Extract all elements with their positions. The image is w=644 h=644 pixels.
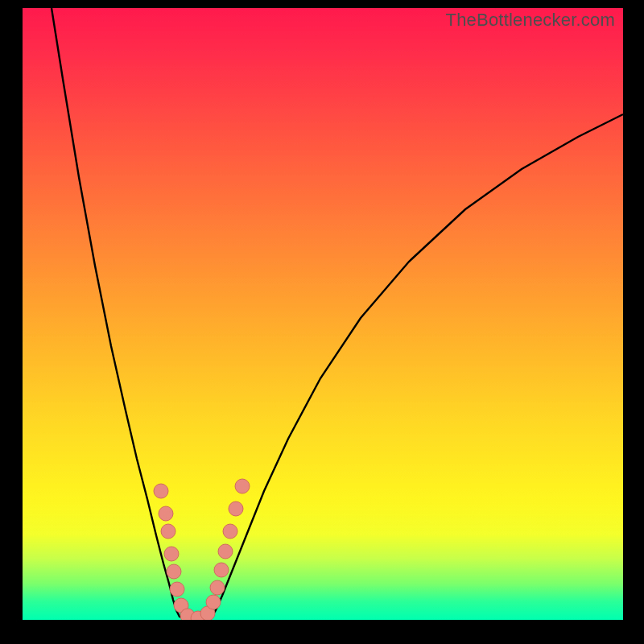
watermark-text: TheBottlenecker.com <box>446 10 615 31</box>
highlight-point <box>206 595 221 609</box>
chart-frame: TheBottlenecker.com <box>0 0 644 644</box>
bottleneck-curve <box>52 8 623 620</box>
highlight-point <box>229 502 243 516</box>
highlight-point <box>164 547 179 561</box>
highlight-point <box>170 582 184 597</box>
highlight-point <box>159 506 173 521</box>
marker-group <box>154 479 250 620</box>
highlight-point <box>235 479 250 493</box>
plot-area <box>23 8 623 620</box>
highlight-point <box>223 524 237 539</box>
highlight-point <box>214 563 229 577</box>
highlight-point <box>210 580 225 595</box>
curve-svg <box>23 8 623 620</box>
highlight-point <box>218 544 233 559</box>
highlight-point <box>167 564 181 579</box>
highlight-point <box>161 524 175 539</box>
highlight-point <box>154 484 168 498</box>
